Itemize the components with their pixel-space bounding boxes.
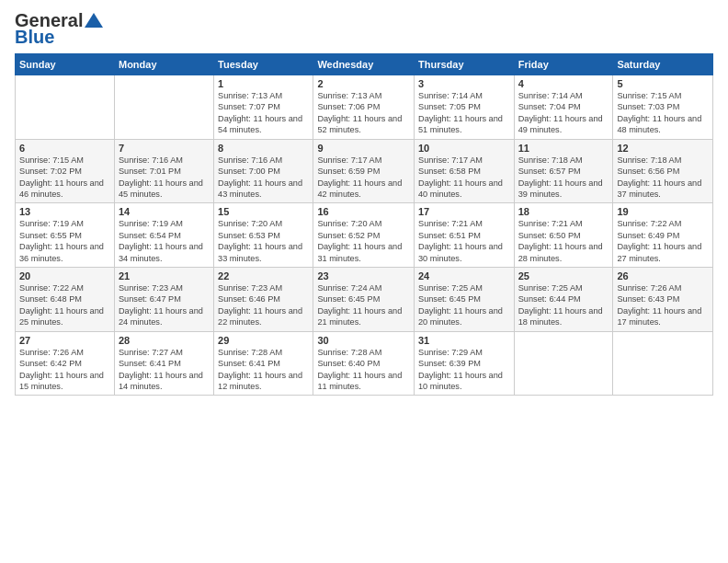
calendar: SundayMondayTuesdayWednesdayThursdayFrid…: [15, 53, 713, 396]
weekday-header: Sunday: [16, 54, 115, 75]
day-number: 2: [317, 78, 410, 89]
day-info: Sunrise: 7:17 AM Sunset: 6:58 PM Dayligh…: [418, 155, 510, 201]
day-number: 11: [518, 143, 609, 154]
header: General Blue: [15, 11, 713, 46]
day-number: 19: [617, 206, 709, 217]
day-info: Sunrise: 7:25 AM Sunset: 6:44 PM Dayligh…: [518, 282, 609, 328]
day-info: Sunrise: 7:19 AM Sunset: 6:55 PM Dayligh…: [19, 218, 110, 264]
day-number: 1: [218, 78, 309, 89]
day-number: 26: [617, 270, 709, 282]
calendar-cell: 10Sunrise: 7:17 AM Sunset: 6:58 PM Dayli…: [415, 139, 515, 203]
day-info: Sunrise: 7:16 AM Sunset: 7:01 PM Dayligh…: [119, 155, 210, 201]
calendar-cell: [114, 75, 213, 140]
calendar-cell: 3Sunrise: 7:14 AM Sunset: 7:05 PM Daylig…: [415, 75, 515, 140]
svg-marker-0: [85, 13, 103, 28]
calendar-cell: 8Sunrise: 7:16 AM Sunset: 7:00 PM Daylig…: [214, 139, 313, 203]
day-info: Sunrise: 7:24 AM Sunset: 6:45 PM Dayligh…: [317, 282, 410, 328]
calendar-cell: 13Sunrise: 7:19 AM Sunset: 6:55 PM Dayli…: [16, 203, 115, 268]
calendar-week-row: 13Sunrise: 7:19 AM Sunset: 6:55 PM Dayli…: [16, 203, 713, 268]
calendar-cell: 23Sunrise: 7:24 AM Sunset: 6:45 PM Dayli…: [313, 268, 415, 332]
calendar-cell: 29Sunrise: 7:28 AM Sunset: 6:41 PM Dayli…: [214, 331, 313, 396]
calendar-week-row: 20Sunrise: 7:22 AM Sunset: 6:48 PM Dayli…: [16, 268, 713, 332]
day-number: 22: [218, 270, 309, 282]
day-number: 5: [617, 78, 709, 89]
calendar-header-row: SundayMondayTuesdayWednesdayThursdayFrid…: [16, 54, 713, 75]
day-number: 13: [19, 206, 110, 217]
day-number: 9: [317, 143, 410, 154]
day-info: Sunrise: 7:26 AM Sunset: 6:42 PM Dayligh…: [19, 347, 110, 393]
weekday-header: Wednesday: [313, 54, 415, 75]
logo: General Blue: [15, 11, 103, 46]
weekday-header: Thursday: [415, 54, 515, 75]
day-info: Sunrise: 7:29 AM Sunset: 6:39 PM Dayligh…: [418, 347, 510, 393]
day-info: Sunrise: 7:23 AM Sunset: 6:46 PM Dayligh…: [218, 282, 309, 328]
calendar-cell: 2Sunrise: 7:13 AM Sunset: 7:06 PM Daylig…: [313, 75, 415, 140]
day-info: Sunrise: 7:20 AM Sunset: 6:53 PM Dayligh…: [218, 218, 309, 264]
calendar-cell: 14Sunrise: 7:19 AM Sunset: 6:54 PM Dayli…: [114, 203, 213, 268]
calendar-cell: 26Sunrise: 7:26 AM Sunset: 6:43 PM Dayli…: [613, 268, 713, 332]
day-number: 4: [518, 78, 609, 89]
day-number: 29: [218, 335, 309, 346]
day-number: 25: [518, 270, 609, 282]
day-info: Sunrise: 7:13 AM Sunset: 7:06 PM Dayligh…: [317, 90, 410, 136]
weekday-header: Saturday: [613, 54, 713, 75]
weekday-header: Friday: [514, 54, 613, 75]
day-info: Sunrise: 7:19 AM Sunset: 6:54 PM Dayligh…: [119, 218, 210, 264]
calendar-cell: 30Sunrise: 7:28 AM Sunset: 6:40 PM Dayli…: [313, 331, 415, 396]
page: General Blue SundayMondayTuesdayWednesda…: [0, 0, 728, 563]
day-number: 28: [119, 335, 210, 346]
day-info: Sunrise: 7:27 AM Sunset: 6:41 PM Dayligh…: [119, 347, 210, 393]
day-info: Sunrise: 7:26 AM Sunset: 6:43 PM Dayligh…: [617, 282, 709, 328]
day-number: 18: [518, 206, 609, 217]
logo-icon: [85, 13, 103, 28]
calendar-cell: 1Sunrise: 7:13 AM Sunset: 7:07 PM Daylig…: [214, 75, 313, 140]
logo-blue: Blue: [15, 28, 54, 46]
day-number: 21: [119, 270, 210, 282]
day-info: Sunrise: 7:14 AM Sunset: 7:04 PM Dayligh…: [518, 90, 609, 136]
day-number: 7: [119, 143, 210, 154]
day-number: 20: [19, 270, 110, 282]
day-number: 6: [19, 143, 110, 154]
day-info: Sunrise: 7:22 AM Sunset: 6:48 PM Dayligh…: [19, 282, 110, 328]
day-number: 10: [418, 143, 510, 154]
calendar-cell: [613, 331, 713, 396]
day-number: 23: [317, 270, 410, 282]
day-number: 8: [218, 143, 309, 154]
calendar-cell: 12Sunrise: 7:18 AM Sunset: 6:56 PM Dayli…: [613, 139, 713, 203]
day-number: 12: [617, 143, 709, 154]
calendar-cell: 17Sunrise: 7:21 AM Sunset: 6:51 PM Dayli…: [415, 203, 515, 268]
day-number: 16: [317, 206, 410, 217]
calendar-cell: [514, 331, 613, 396]
day-info: Sunrise: 7:18 AM Sunset: 6:57 PM Dayligh…: [518, 155, 609, 201]
day-info: Sunrise: 7:25 AM Sunset: 6:45 PM Dayligh…: [418, 282, 510, 328]
calendar-cell: 9Sunrise: 7:17 AM Sunset: 6:59 PM Daylig…: [313, 139, 415, 203]
calendar-cell: 28Sunrise: 7:27 AM Sunset: 6:41 PM Dayli…: [114, 331, 213, 396]
calendar-cell: 22Sunrise: 7:23 AM Sunset: 6:46 PM Dayli…: [214, 268, 313, 332]
calendar-week-row: 27Sunrise: 7:26 AM Sunset: 6:42 PM Dayli…: [16, 331, 713, 396]
day-info: Sunrise: 7:15 AM Sunset: 7:03 PM Dayligh…: [617, 90, 709, 136]
calendar-cell: 24Sunrise: 7:25 AM Sunset: 6:45 PM Dayli…: [415, 268, 515, 332]
day-number: 17: [418, 206, 510, 217]
calendar-cell: 16Sunrise: 7:20 AM Sunset: 6:52 PM Dayli…: [313, 203, 415, 268]
day-info: Sunrise: 7:21 AM Sunset: 6:50 PM Dayligh…: [518, 218, 609, 264]
day-info: Sunrise: 7:18 AM Sunset: 6:56 PM Dayligh…: [617, 155, 709, 201]
day-info: Sunrise: 7:20 AM Sunset: 6:52 PM Dayligh…: [317, 218, 410, 264]
day-info: Sunrise: 7:23 AM Sunset: 6:47 PM Dayligh…: [119, 282, 210, 328]
day-info: Sunrise: 7:28 AM Sunset: 6:40 PM Dayligh…: [317, 347, 410, 393]
day-info: Sunrise: 7:21 AM Sunset: 6:51 PM Dayligh…: [418, 218, 510, 264]
calendar-cell: [16, 75, 115, 140]
day-info: Sunrise: 7:22 AM Sunset: 6:49 PM Dayligh…: [617, 218, 709, 264]
calendar-cell: 6Sunrise: 7:15 AM Sunset: 7:02 PM Daylig…: [16, 139, 115, 203]
day-number: 14: [119, 206, 210, 217]
calendar-cell: 4Sunrise: 7:14 AM Sunset: 7:04 PM Daylig…: [514, 75, 613, 140]
day-number: 15: [218, 206, 309, 217]
day-number: 3: [418, 78, 510, 89]
day-number: 31: [418, 335, 510, 346]
day-number: 27: [19, 335, 110, 346]
day-info: Sunrise: 7:14 AM Sunset: 7:05 PM Dayligh…: [418, 90, 510, 136]
calendar-cell: 31Sunrise: 7:29 AM Sunset: 6:39 PM Dayli…: [415, 331, 515, 396]
calendar-cell: 18Sunrise: 7:21 AM Sunset: 6:50 PM Dayli…: [514, 203, 613, 268]
calendar-cell: 19Sunrise: 7:22 AM Sunset: 6:49 PM Dayli…: [613, 203, 713, 268]
calendar-cell: 21Sunrise: 7:23 AM Sunset: 6:47 PM Dayli…: [114, 268, 213, 332]
day-info: Sunrise: 7:13 AM Sunset: 7:07 PM Dayligh…: [218, 90, 309, 136]
